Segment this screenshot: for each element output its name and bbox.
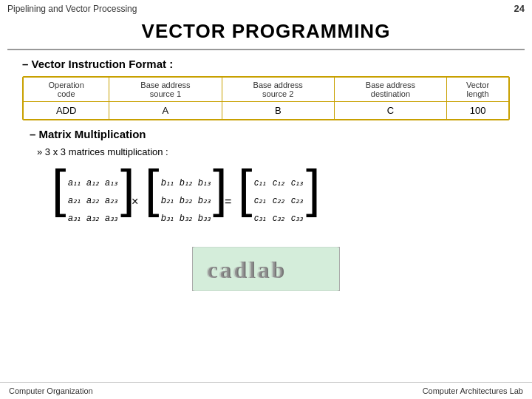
cell-dest: C (334, 102, 446, 120)
cell-veclen: 100 (447, 102, 509, 120)
matrix-section-header: – Matrix Multiplication (30, 128, 510, 140)
bracket-c-left: [ (238, 163, 252, 217)
bracket-a-right: ] (120, 163, 134, 217)
mc33: c₃₃ (291, 213, 304, 223)
top-bar: Pipelining and Vector Processing 24 (0, 0, 532, 17)
footer-left: Computer Organization (9, 386, 93, 395)
mb23: b₂₃ (198, 195, 211, 205)
col-header-src2: Base addresssource 2 (222, 78, 334, 102)
logo-svg: cadlab cadlab (193, 247, 339, 291)
ma23: a₂₃ (105, 195, 118, 205)
mc22: c₂₂ (273, 195, 285, 205)
mc12: c₁₂ (273, 177, 285, 188)
col-header-dest: Base addressdestination (334, 78, 446, 102)
matrix-svg: [ a₁₁ a₁₂ a₁₃ a₂₁ a₂₂ a₂₃ a₃₁ a₃₂ a₃₃ ] … (44, 163, 429, 237)
cell-opcode: ADD (24, 102, 109, 120)
multiply-sign: × (132, 195, 138, 208)
mb12: b₁₂ (180, 177, 193, 188)
ma22: a₂₂ (86, 195, 100, 205)
ma31: a₃₁ (68, 213, 81, 223)
table-row: ADD A B C 100 (24, 102, 509, 120)
mc31: c₃₁ (254, 213, 266, 223)
mc23: c₂₃ (291, 195, 304, 205)
instruction-table-container: Operationcode Base addresssource 1 Base … (22, 76, 510, 120)
ma32: a₃₂ (86, 213, 100, 223)
ma13: a₁₃ (105, 177, 118, 188)
ma21: a₂₁ (68, 195, 81, 205)
mc11: c₁₁ (254, 177, 266, 188)
footer-right: Computer Architectures Lab (423, 386, 523, 395)
col-header-src1: Base addresssource 1 (109, 78, 222, 102)
bracket-b-right: ] (213, 163, 227, 217)
cell-src1: A (109, 102, 222, 120)
instruction-table: Operationcode Base addresssource 1 Base … (23, 77, 509, 120)
mb11: b₁₁ (161, 177, 174, 188)
matrix-bullet: » 3 x 3 matrices multiplication : (37, 146, 510, 157)
ma11: a₁₁ (68, 177, 81, 188)
mb32: b₃₂ (180, 213, 193, 223)
ma33: a₃₃ (105, 213, 118, 223)
mb21: b₂₁ (161, 195, 174, 205)
equals-sign: = (225, 195, 231, 208)
bracket-c-right: ] (306, 163, 320, 217)
mc13: c₁₃ (291, 177, 304, 188)
mb13: b₁₃ (198, 177, 211, 188)
matrix-equation: [ a₁₁ a₁₂ a₁₃ a₂₁ a₂₂ a₂₃ a₃₁ a₃₂ a₃₃ ] … (44, 163, 510, 239)
svg-text:cadlab: cadlab (206, 257, 286, 283)
mb31: b₃₁ (161, 213, 174, 223)
mb22: b₂₂ (180, 195, 193, 205)
bracket-a-left: [ (52, 163, 66, 217)
mc32: c₃₂ (273, 213, 285, 223)
col-header-opcode: Operationcode (24, 78, 109, 102)
logo-area: cadlab cadlab (15, 247, 517, 291)
mb33: b₃₃ (198, 213, 211, 223)
bracket-b-left: [ (145, 163, 159, 217)
matrix-section: – Matrix Multiplication » 3 x 3 matrices… (22, 128, 510, 239)
logo-image: cadlab cadlab (192, 247, 340, 291)
cell-src2: B (222, 102, 334, 120)
course-title: Pipelining and Vector Processing (7, 4, 137, 14)
slide-number: 24 (514, 3, 525, 14)
main-title: VECTOR PROGRAMMING (7, 17, 525, 50)
content-area: – Vector Instruction Format : Operationc… (15, 58, 517, 291)
instruction-format-header: – Vector Instruction Format : (22, 58, 517, 70)
bottom-bar: Computer Organization Computer Architect… (0, 382, 532, 399)
ma12: a₁₂ (86, 177, 100, 188)
mc21: c₂₁ (254, 195, 266, 205)
col-header-veclen: Vectorlength (447, 78, 509, 102)
